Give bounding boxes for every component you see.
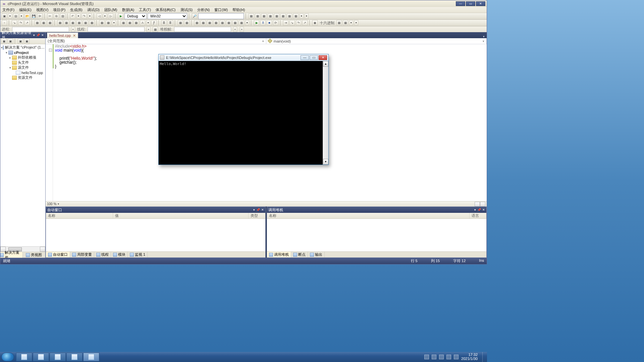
procrow-overflow[interactable]: ▾ (240, 27, 244, 32)
menu-window[interactable]: 窗口(W) (214, 7, 228, 12)
menu-file[interactable]: 文件(F) (2, 7, 14, 12)
code-fold-icon[interactable]: − (49, 49, 52, 52)
tree-project[interactable]: ▾cProject (5, 50, 45, 55)
stop-button[interactable]: ■ (267, 20, 272, 25)
hscroll-left[interactable] (475, 202, 480, 206)
tree-external[interactable]: ▸外部依赖项 (8, 55, 45, 60)
tb-btn-b[interactable]: ▦ (255, 13, 260, 19)
scroll-track[interactable] (323, 67, 328, 159)
taskbar-app-ie[interactable] (16, 353, 32, 361)
document-tab-hellotest[interactable]: helloTest.cpp ✕ (47, 33, 78, 38)
tray-sound-icon[interactable] (454, 355, 459, 359)
close-button[interactable]: ✕ (476, 1, 485, 6)
taskbar-app-vs[interactable] (66, 353, 83, 361)
tree-sources[interactable]: ▾源文件 (8, 65, 45, 70)
maximize-button[interactable]: ▭ (466, 1, 475, 6)
show-desktop-button[interactable] (482, 352, 486, 362)
tb-btn-a[interactable]: ▦ (249, 13, 254, 19)
process-dd[interactable]: ▾ (71, 27, 75, 32)
taskbar-app-quicktime[interactable] (33, 353, 49, 361)
config-select[interactable]: Debug (124, 13, 147, 19)
pane-close-icon[interactable]: ✕ (482, 208, 485, 212)
autos-body[interactable] (46, 219, 265, 251)
btn-d2[interactable]: ▦ (41, 20, 46, 25)
tab-threads[interactable]: 线程 (94, 252, 111, 257)
add-item-button[interactable]: ▤ (13, 13, 18, 19)
toolbar-overflow[interactable]: ▾ (305, 13, 309, 19)
btn-g3[interactable]: ▦ (207, 20, 212, 25)
stackframe-dd[interactable]: ▾ (233, 27, 237, 32)
tb-btn-g[interactable]: ▦ (287, 13, 292, 19)
tab-callstack[interactable]: 调用堆栈 (267, 252, 291, 257)
new-project-button[interactable]: ▣ (2, 13, 7, 19)
tab-autos[interactable]: 自动窗口 (46, 252, 70, 257)
platform-select[interactable]: Win32 (148, 13, 187, 19)
btn-f1[interactable]: ▦ (178, 20, 183, 25)
col-type[interactable]: 类型 (249, 213, 265, 219)
console-titlebar[interactable]: E:\WorkSpace\CProject\HelloWorld\cProjec… (159, 54, 328, 61)
btn-d5[interactable]: ▦ (64, 20, 69, 25)
tray-shield-icon[interactable] (439, 355, 444, 359)
btn-g7[interactable]: ▦ (232, 20, 238, 25)
tb-btn-d[interactable]: ▦ (268, 13, 273, 19)
tab-watch1[interactable]: 监视 1 (128, 252, 148, 257)
col-lang[interactable]: 语言 (470, 213, 486, 219)
tree-file-hellotest[interactable]: helloTest.cpp (12, 70, 45, 75)
btn-d3[interactable]: ▦ (47, 20, 53, 25)
minimize-button[interactable]: — (456, 1, 465, 6)
start-button[interactable] (1, 353, 14, 361)
step-into2-button[interactable]: ↘ (289, 20, 295, 25)
menu-edit[interactable]: 编辑(E) (19, 7, 32, 12)
cut-button[interactable]: ✂ (47, 13, 53, 19)
zoom-chevron-icon[interactable]: ▾ (58, 202, 59, 205)
btn-g8[interactable]: ▦ (239, 20, 244, 25)
menu-architecture[interactable]: 体系结构(C) (156, 7, 175, 12)
step-over2-button[interactable]: ↷ (296, 20, 301, 25)
menu-data[interactable]: 数据(A) (122, 7, 135, 12)
add-item-dd[interactable]: ▾ (19, 13, 23, 19)
menu-analyze[interactable]: 分析(N) (197, 7, 210, 12)
paste-button[interactable]: ▧ (60, 13, 65, 19)
pane-dropdown-icon[interactable]: ▾ (474, 208, 476, 212)
scroll-down-button[interactable]: ▼ (323, 159, 328, 165)
step-out-button[interactable]: ↗ (24, 20, 30, 25)
start-button[interactable]: ▶ (118, 13, 123, 19)
btn-g6[interactable]: ▦ (226, 20, 231, 25)
btn-d6[interactable]: ▦ (70, 20, 75, 25)
tab-breakpoints[interactable]: 断点 (291, 252, 308, 257)
nav-back-dd[interactable]: ▾ (103, 13, 107, 19)
btn-e1[interactable]: ▦ (121, 20, 126, 25)
indent-button[interactable]: ≣ (161, 20, 167, 25)
step-over-button[interactable]: ↷ (18, 20, 23, 25)
tab-class-view[interactable]: 类视图 (23, 252, 45, 258)
console-close-button[interactable]: ✕ (319, 55, 327, 60)
new-file-button[interactable]: ▫ (2, 20, 7, 25)
callstack-body[interactable] (267, 219, 486, 251)
solution-explorer-title[interactable]: 解决方案资源管理器 ▾ 📌 ✕ (0, 32, 45, 38)
show-next-stmt-button[interactable]: ⇥ (283, 20, 288, 25)
new-project-dd[interactable]: ▾ (8, 13, 12, 19)
btn-d1[interactable]: ▦ (35, 20, 40, 25)
btn-h2[interactable]: ▦ (343, 20, 348, 25)
expander-icon[interactable]: ▸ (8, 56, 12, 59)
save-button[interactable]: 💾 (31, 13, 36, 19)
outdent-button[interactable]: ≣ (168, 20, 173, 25)
btn-e5[interactable]: Ƒ (151, 20, 157, 25)
tree-solution[interactable]: ▾解决方案 "cProject" (1… (1, 45, 45, 50)
console-minimize-button[interactable]: — (301, 55, 309, 60)
col-name[interactable]: 名称 (267, 213, 470, 219)
pane-pin-icon[interactable]: 📌 (36, 34, 40, 37)
console-scrollbar[interactable]: ▲ ▼ (323, 61, 328, 165)
menu-debug[interactable]: 调试(D) (87, 7, 100, 12)
find-box[interactable] (198, 13, 244, 19)
redo-button[interactable]: ↷ (82, 13, 87, 19)
uncomment-button[interactable]: ▦ (106, 20, 111, 25)
pane-close-icon[interactable]: ✕ (261, 208, 264, 212)
btn-d4[interactable]: ▦ (57, 20, 63, 25)
console-maximize-button[interactable]: ▭ (310, 55, 318, 60)
hscroll-right[interactable] (480, 202, 485, 206)
pane-pin-icon[interactable]: 📌 (256, 208, 260, 212)
btn-g2[interactable]: ▦ (201, 20, 206, 25)
restart-button[interactable]: ⟳ (273, 20, 278, 25)
comment-button[interactable]: ▦ (99, 20, 105, 25)
